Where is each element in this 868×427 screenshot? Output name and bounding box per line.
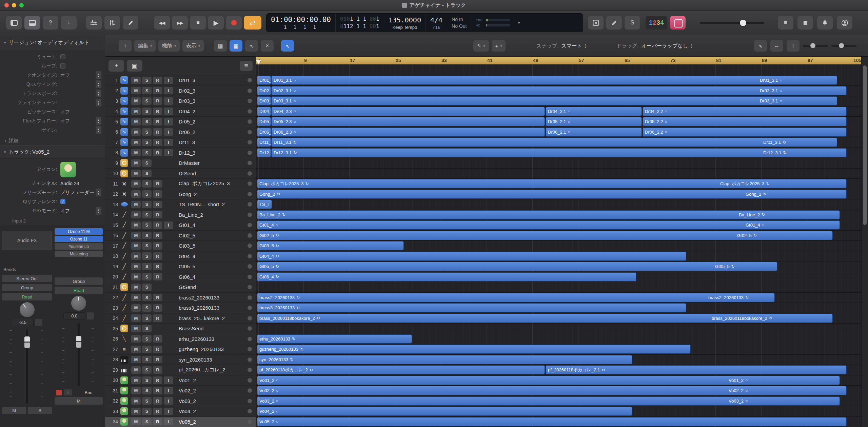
track-record-button[interactable]: R bbox=[153, 346, 162, 353]
audio-region[interactable]: Dr02_ bbox=[257, 86, 271, 95]
track-solo-button[interactable]: S bbox=[142, 387, 152, 394]
audio-region[interactable]: Clap_ボカコレ2025_3↻Clap_ボカコレ2025_3↻ bbox=[257, 179, 847, 188]
track-mute-button[interactable]: M bbox=[131, 263, 141, 270]
track-record-button[interactable]: R bbox=[153, 221, 162, 229]
track-solo-button[interactable]: S bbox=[142, 366, 152, 374]
region-details-row[interactable]: › 詳細 bbox=[0, 136, 105, 145]
snap-control[interactable]: スナップ: スマート ▴▾ bbox=[536, 43, 586, 49]
track-record-button[interactable]: R bbox=[153, 376, 162, 384]
forward-button[interactable]: ▶▶ bbox=[172, 16, 188, 30]
group-slot[interactable]: Group bbox=[2, 284, 52, 291]
track-mute-button[interactable]: M bbox=[131, 366, 141, 374]
track-inspector-header[interactable]: ▾ トラック: Vo05_2 bbox=[0, 145, 105, 158]
flex-view-button[interactable]: ∿ bbox=[245, 40, 258, 52]
track-record-button[interactable]: R bbox=[153, 149, 162, 156]
audio-region[interactable]: Gt06_4↻ bbox=[257, 272, 636, 282]
track-mute-button[interactable]: M bbox=[131, 232, 141, 239]
volume-fader[interactable] bbox=[2, 328, 52, 405]
track-record-button[interactable]: R bbox=[153, 211, 162, 218]
track-input-button[interactable]: I bbox=[164, 397, 173, 405]
track-row[interactable]: 12MSRGong_2 bbox=[105, 189, 256, 200]
track-solo-button[interactable]: S bbox=[142, 252, 152, 260]
track-record-button[interactable]: R bbox=[153, 201, 162, 208]
track-mute-button[interactable]: M bbox=[131, 87, 141, 94]
checkbox[interactable]: ✓ bbox=[60, 199, 65, 204]
track-mute-button[interactable]: M bbox=[131, 77, 141, 84]
track-solo-button[interactable]: S bbox=[142, 335, 152, 343]
minimize-window-button[interactable] bbox=[12, 3, 16, 7]
audio-region[interactable]: Dr04_2.1○ bbox=[546, 107, 642, 116]
audio-fx-slot[interactable]: Audio FX bbox=[2, 231, 52, 250]
track-solo-button[interactable]: S bbox=[142, 263, 152, 270]
catch-playhead-button[interactable]: ↑ bbox=[119, 40, 132, 52]
command-click-tool-button[interactable]: +▾ bbox=[492, 40, 506, 52]
track-record-button[interactable]: R bbox=[153, 263, 162, 270]
track-solo-button[interactable]: S bbox=[142, 221, 152, 229]
flex-toggle-button[interactable]: ∿ bbox=[281, 40, 294, 52]
track-row[interactable]: 14MSRBa_Line_2 bbox=[105, 210, 256, 220]
format-button[interactable] bbox=[35, 319, 42, 326]
import-button[interactable]: ↓ bbox=[61, 16, 77, 30]
pointer-tool-button[interactable]: ↖▾ bbox=[473, 40, 489, 52]
audio-region[interactable]: brass2_20260133↻brass2_20260133↻ bbox=[257, 293, 775, 302]
track-row[interactable]: 1MSRIDr01_3 bbox=[105, 75, 256, 86]
track-record-button[interactable]: R bbox=[153, 252, 162, 260]
track-solo-button[interactable]: S bbox=[142, 118, 152, 125]
duplicate-track-button[interactable]: ▣ bbox=[127, 60, 142, 72]
audio-region[interactable]: erhu_20260133↻ bbox=[257, 334, 412, 344]
record-button[interactable] bbox=[226, 16, 242, 30]
stepper[interactable]: ▴▾ bbox=[96, 71, 101, 79]
track-row[interactable]: 17MSRGt03_5 bbox=[105, 241, 256, 251]
stepper[interactable]: ▴▾ bbox=[96, 90, 101, 97]
track-record-button[interactable]: R bbox=[153, 180, 162, 188]
quick-help-button[interactable]: ? bbox=[43, 16, 58, 30]
editors-button[interactable] bbox=[123, 16, 138, 30]
plugin-slot[interactable]: Ozone 11 bbox=[55, 236, 103, 242]
stepper[interactable]: ▴▾ bbox=[96, 117, 101, 125]
track-solo-button[interactable]: S bbox=[142, 242, 152, 250]
stepper[interactable]: ▴▾ bbox=[96, 189, 101, 196]
functions-menu-button[interactable]: 機能▾ bbox=[158, 40, 180, 52]
track-solo-button[interactable]: S bbox=[142, 128, 152, 136]
track-mute-button[interactable]: M bbox=[131, 159, 141, 167]
track-record-button[interactable]: R bbox=[153, 356, 162, 363]
track-row[interactable]: 7MSRIDr11_3 bbox=[105, 137, 256, 148]
checkbox[interactable] bbox=[60, 63, 65, 69]
audio-region[interactable]: Gt04_4↻ bbox=[257, 252, 686, 261]
grid-view-active-button[interactable]: ▦ bbox=[230, 40, 242, 52]
horizontal-auto-zoom-button[interactable]: ↔ bbox=[770, 40, 783, 52]
stepper[interactable]: ▴▾ bbox=[96, 99, 101, 106]
track-mute-button[interactable]: M bbox=[131, 387, 141, 394]
track-input-button[interactable]: I bbox=[164, 139, 173, 146]
pan-knob[interactable] bbox=[71, 296, 86, 311]
audio-region[interactable]: Vo05_2○ bbox=[257, 417, 847, 426]
track-solo-button[interactable]: S bbox=[142, 304, 152, 312]
volume-value[interactable]: -3.5 bbox=[12, 319, 34, 326]
track-solo-button[interactable]: S bbox=[142, 97, 152, 105]
audio-region[interactable]: Dr06_2.1○ bbox=[546, 128, 642, 137]
track-row[interactable]: 9MSDrMaster bbox=[105, 158, 256, 169]
audio-region[interactable]: Ba_Line_2↻Ba_Line_2↻ bbox=[257, 210, 840, 219]
stop-button[interactable]: ■ bbox=[190, 16, 206, 30]
track-input-button[interactable]: I bbox=[164, 376, 173, 384]
audio-region[interactable]: TS_I bbox=[257, 200, 272, 209]
audio-region[interactable]: pf_20260118ボカコレ_2↻ bbox=[257, 365, 545, 374]
audio-region[interactable]: Dr03_3.1○Dr03_3.1○ bbox=[271, 96, 837, 105]
audio-region[interactable]: syn_20260133↻ bbox=[257, 355, 632, 364]
track-sort-button[interactable]: ≡ bbox=[240, 61, 253, 71]
vertical-zoom-slider[interactable] bbox=[831, 45, 856, 47]
track-row[interactable]: 23MSRbrass3_20260133 bbox=[105, 303, 256, 313]
track-mute-button[interactable]: M bbox=[131, 325, 141, 332]
track-mute-button[interactable]: M bbox=[131, 97, 141, 105]
audio-region[interactable]: Dr01_3.1○Dr01_3.1○ bbox=[271, 76, 837, 85]
audio-region[interactable]: Vo01_2○Vo01_2○ bbox=[257, 376, 840, 385]
track-mute-button[interactable]: M bbox=[131, 252, 141, 260]
audio-region[interactable]: Gt01_4○Gt01_4○ bbox=[257, 220, 840, 230]
track-mute-button[interactable]: M bbox=[131, 304, 141, 312]
edit-menu-button[interactable]: 編集▾ bbox=[134, 40, 156, 52]
track-input-button[interactable]: I bbox=[164, 149, 173, 156]
note-pads-button[interactable]: ≣ bbox=[797, 16, 813, 30]
audio-region[interactable]: Vo03_2○Vo03_2○ bbox=[257, 396, 840, 406]
track-row[interactable]: 3MSRIDr03_3 bbox=[105, 96, 256, 106]
track-solo-button[interactable]: S bbox=[142, 397, 152, 405]
